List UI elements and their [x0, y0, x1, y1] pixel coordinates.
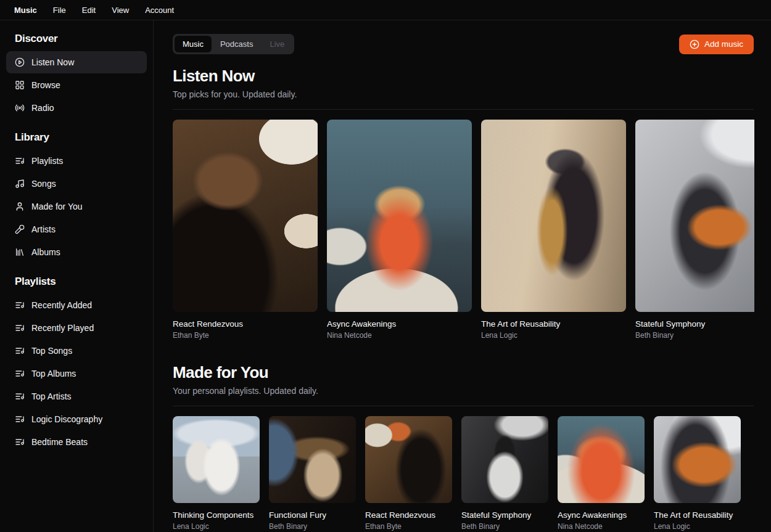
album-art [173, 120, 318, 312]
sidebar-item-top-albums[interactable]: Top Albums [6, 362, 147, 385]
list-music-icon [15, 414, 25, 424]
album-artist: Lena Logic [481, 331, 626, 340]
album-artist: Lena Logic [173, 522, 260, 531]
circle-play-icon [15, 57, 25, 67]
sidebar-item-logic-discography[interactable]: Logic Discography [6, 408, 147, 430]
sidebar-item-top-artists[interactable]: Top Artists [6, 385, 147, 407]
section-subtitle-listen-now: Top picks for you. Updated daily. [173, 89, 754, 99]
sidebar-item-listen-now[interactable]: Listen Now [6, 51, 147, 73]
sidebar-item-label: Made for You [31, 202, 83, 211]
list-music-icon [15, 369, 25, 379]
sidebar-item-label: Browse [31, 80, 60, 90]
section-title-made-for-you: Made for You [173, 363, 754, 382]
listen-now-card-row: React Rendezvous Ethan Byte Async Awaken… [173, 120, 754, 340]
album-art [558, 416, 645, 503]
album-card[interactable]: Functional Fury Beth Binary [269, 416, 356, 531]
sidebar-item-top-songs[interactable]: Top Songs [6, 340, 147, 362]
album-title: React Rendezvous [365, 510, 452, 520]
album-card[interactable]: React Rendezvous Ethan Byte [173, 120, 318, 340]
sidebar-item-label: Recently Added [31, 300, 92, 310]
sidebar-section-library: Library Playlists Songs Made for You Art… [6, 128, 147, 263]
sidebar-item-made-for-you[interactable]: Made for You [6, 195, 147, 218]
section-title-listen-now: Listen Now [173, 67, 754, 86]
list-music-icon [15, 437, 25, 447]
album-artist: Beth Binary [635, 331, 754, 340]
album-card[interactable]: Async Awakenings Nina Netcode [327, 120, 472, 340]
album-title: Functional Fury [269, 510, 356, 520]
sidebar-item-label: Artists [31, 224, 56, 234]
layout-grid-icon [15, 80, 25, 90]
menu-item-edit[interactable]: Edit [74, 3, 104, 17]
album-card[interactable]: The Art of Reusability Lena Logic [654, 416, 741, 531]
sidebar-section-discover: Discover Listen Now Browse Radio [6, 29, 147, 119]
album-art [481, 120, 626, 312]
sidebar-item-recently-added[interactable]: Recently Added [6, 294, 147, 316]
tab-podcasts[interactable]: Podcasts [212, 36, 261, 52]
sidebar-item-label: Songs [31, 179, 56, 189]
menu-item-music[interactable]: Music [6, 3, 45, 17]
album-card[interactable]: The Art of Reusability Lena Logic [481, 120, 626, 340]
list-music-icon [15, 300, 25, 310]
sidebar-item-label: Recently Played [31, 323, 94, 333]
album-art [173, 416, 260, 503]
list-music-icon [15, 391, 25, 401]
album-title: Async Awakenings [558, 510, 645, 520]
album-artist: Ethan Byte [173, 331, 318, 340]
menu-item-account[interactable]: Account [137, 3, 182, 17]
album-artist: Nina Netcode [327, 331, 472, 340]
sidebar-item-albums[interactable]: Albums [6, 241, 147, 263]
album-title: Thinking Components [173, 510, 260, 520]
sidebar-item-artists[interactable]: Artists [6, 218, 147, 240]
user-icon [15, 202, 25, 211]
menu-item-view[interactable]: View [104, 3, 137, 17]
album-title: Stateful Symphony [635, 319, 754, 329]
album-artist: Nina Netcode [558, 522, 645, 531]
album-card[interactable]: React Rendezvous Ethan Byte [365, 416, 452, 531]
album-title: Stateful Symphony [461, 510, 548, 520]
album-artist: Beth Binary [269, 522, 356, 531]
menu-bar: Music File Edit View Account [0, 0, 771, 20]
separator [173, 406, 754, 406]
album-art [365, 416, 452, 503]
sidebar-item-bedtime-beats[interactable]: Bedtime Beats [6, 431, 147, 453]
album-title: Async Awakenings [327, 319, 472, 329]
sidebar-item-playlists[interactable]: Playlists [6, 150, 147, 172]
add-music-button[interactable]: Add music [679, 35, 754, 54]
section-subtitle-made-for-you: Your personal playlists. Updated daily. [173, 386, 754, 396]
music-note-icon [15, 179, 25, 189]
sidebar-item-label: Albums [31, 247, 60, 257]
album-title: The Art of Reusability [481, 319, 626, 329]
sidebar-item-songs[interactable]: Songs [6, 173, 147, 195]
album-artist: Lena Logic [654, 522, 741, 531]
album-card[interactable]: Stateful Symphony Beth Binary [461, 416, 548, 531]
album-card[interactable]: Stateful Symphony Beth Binary [635, 120, 754, 340]
album-title: The Art of Reusability [654, 510, 741, 520]
main-content: Music Podcasts Live Add music Listen Now… [154, 20, 771, 532]
menu-item-file[interactable]: File [45, 3, 74, 17]
list-music-icon [15, 323, 25, 333]
sidebar-item-label: Playlists [31, 156, 63, 166]
sidebar-heading-playlists: Playlists [6, 272, 147, 292]
album-card[interactable]: Thinking Components Lena Logic [173, 416, 260, 531]
sidebar-item-label: Top Songs [31, 346, 72, 356]
main-header: Music Podcasts Live Add music [173, 34, 754, 54]
album-art [461, 416, 548, 503]
sidebar-item-label: Logic Discography [31, 414, 102, 424]
sidebar-item-browse[interactable]: Browse [6, 74, 147, 96]
sidebar: Discover Listen Now Browse Radio Library… [0, 20, 154, 532]
sidebar-heading-library: Library [6, 128, 147, 147]
library-icon [15, 247, 25, 257]
tab-music[interactable]: Music [175, 36, 212, 52]
tab-live: Live [262, 36, 292, 52]
made-for-you-card-row: Thinking Components Lena Logic Functiona… [173, 416, 754, 531]
sidebar-item-label: Bedtime Beats [31, 437, 88, 447]
sidebar-section-playlists: Playlists Recently Added Recently Played… [6, 272, 147, 453]
sidebar-heading-discover: Discover [6, 29, 147, 49]
tabs-list: Music Podcasts Live [173, 34, 294, 54]
sidebar-item-recently-played[interactable]: Recently Played [6, 317, 147, 339]
album-artist: Beth Binary [461, 522, 548, 531]
sidebar-item-label: Listen Now [31, 57, 74, 67]
album-card[interactable]: Async Awakenings Nina Netcode [558, 416, 645, 531]
album-art [327, 120, 472, 312]
sidebar-item-radio[interactable]: Radio [6, 97, 147, 119]
